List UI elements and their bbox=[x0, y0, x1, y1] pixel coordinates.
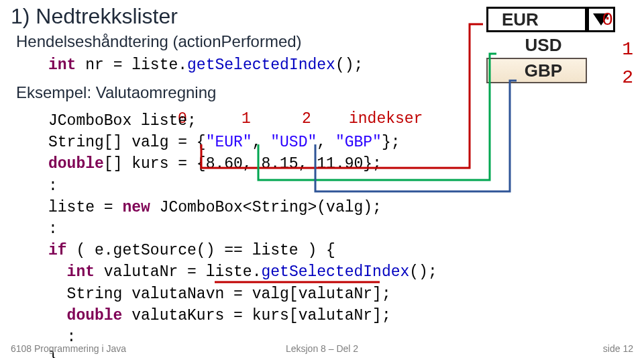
code-l5b: JComboBox<String>(valg); bbox=[150, 199, 382, 216]
keyword-double-2: double bbox=[48, 307, 122, 324]
keyword-int-2: int bbox=[48, 263, 95, 281]
subtitle-example: Eksempel: Valutaomregning bbox=[16, 83, 216, 102]
method-getselectedindex: getSelectedIndex bbox=[187, 56, 335, 74]
dropdown-index-0: 0 bbox=[602, 9, 613, 30]
keyword-int: int bbox=[48, 56, 76, 74]
code-l7a: ( e.getSource() == liste ) { bbox=[67, 242, 335, 259]
code-l5a: liste = bbox=[48, 199, 122, 216]
code-text: nr = liste. bbox=[76, 56, 187, 74]
code-l4: : bbox=[48, 177, 58, 195]
subtitle-handler: Hendelseshåndtering (actionPerformed) bbox=[16, 32, 302, 51]
code-l2c1: , bbox=[252, 134, 271, 151]
dropdown-option-label: USD bbox=[525, 35, 562, 56]
footer-lesson: Leksjon 8 – Del 2 bbox=[286, 343, 358, 354]
dropdown-illustration: EUR USD GBP bbox=[486, 7, 617, 83]
dropdown-index-2: 2 bbox=[622, 67, 633, 88]
code-l2b: }; bbox=[382, 134, 400, 151]
code-l1: JComboBox liste; bbox=[48, 112, 197, 130]
slide-title: 1) Nedtrekkslister bbox=[11, 4, 178, 29]
code-l2a: String[] valg = { bbox=[48, 134, 206, 151]
dropdown-selected-label: EUR bbox=[502, 9, 539, 30]
code-text: (); bbox=[335, 56, 363, 74]
keyword-if: if bbox=[48, 242, 67, 259]
dropdown-option-label: GBP bbox=[525, 60, 562, 81]
string-usd: "USD" bbox=[270, 134, 317, 151]
code-l3: [] kurs = {8.60, 8.15, 11.90}; bbox=[104, 155, 382, 173]
string-gbp: "GBP" bbox=[335, 134, 382, 151]
code-l9: String valutaNavn = valg[valutaNr]; bbox=[48, 285, 391, 303]
method-getselectedindex-2: getSelectedIndex bbox=[261, 263, 409, 281]
code-l2c2: , bbox=[317, 134, 335, 151]
footer-course: 6108 Programmering i Java bbox=[11, 343, 126, 354]
keyword-new: new bbox=[122, 199, 150, 216]
dropdown-index-1: 1 bbox=[622, 39, 633, 60]
code-getselectedindex-intro: int nr = liste.getSelectedIndex(); bbox=[48, 56, 363, 74]
footer-page: side 12 bbox=[603, 343, 633, 354]
keyword-double: double bbox=[48, 155, 104, 173]
code-block: JComboBox liste; String[] valg = {"EUR",… bbox=[48, 110, 437, 358]
dropdown-selected-row[interactable]: EUR bbox=[486, 7, 587, 32]
code-l10a: valutaKurs = kurs[valutaNr]; bbox=[122, 307, 390, 324]
dropdown-option-usd[interactable]: USD bbox=[486, 32, 587, 58]
code-l8b: (); bbox=[409, 263, 437, 281]
string-eur: "EUR" bbox=[206, 134, 252, 151]
dropdown-option-gbp[interactable]: GBP bbox=[486, 58, 587, 83]
code-l8a: valutaNr = liste. bbox=[95, 263, 261, 281]
code-l6: : bbox=[48, 220, 58, 238]
